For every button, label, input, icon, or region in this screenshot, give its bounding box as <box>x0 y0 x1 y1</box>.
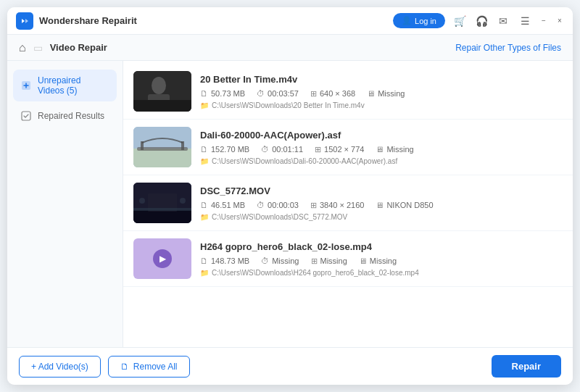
file-icon-1: 🗋 <box>200 89 208 98</box>
video-meta-3: 🗋 46.51 MB ⏱ 00:00:03 ⊞ 3840 × 2160 � <box>200 201 563 210</box>
video-thumbnail-3 <box>133 183 191 223</box>
svg-rect-2 <box>22 112 30 120</box>
app-title: Wondershare Repairit <box>39 15 137 26</box>
size-value-4: 148.73 MB <box>211 257 249 265</box>
video-path-2: 📁 C:\Users\WS\Downloads\Dali-60-20000-AA… <box>200 157 563 165</box>
video-item-3: DSC_5772.MOV 🗋 46.51 MB ⏱ 00:00:03 ⊞ 38 <box>123 175 573 231</box>
remove-icon: 🗋 <box>120 362 129 372</box>
video-path-3: 📁 C:\Users\WS\Downloads\DSC_5772.MOV <box>200 213 563 221</box>
resolution-value-2: 1502 × 774 <box>324 145 364 154</box>
user-icon: 👤 <box>402 16 412 25</box>
device-value-3: NIKON D850 <box>386 201 433 209</box>
path-value-4: C:\Users\WS\Downloads\H264 gopro_hero6_b… <box>212 269 419 277</box>
meta-duration-4: ⏱ Missing <box>261 257 299 266</box>
clock-icon-1: ⏱ <box>257 89 265 98</box>
file-icon-3: 🗋 <box>200 201 208 209</box>
thumbnail-purple: ▶ <box>133 238 191 279</box>
resolution-icon-3: ⊞ <box>310 201 317 210</box>
folder-icon-2: 📁 <box>200 157 209 165</box>
add-video-button[interactable]: + Add Video(s) <box>19 356 101 378</box>
app-window: Wondershare Repairit 👤 Log in 🛒 🎧 ✉ ☰ − … <box>7 7 573 385</box>
meta-duration-2: ⏱ 00:01:11 <box>261 145 303 154</box>
meta-size-2: 🗋 152.70 MB <box>200 145 249 154</box>
home-icon[interactable]: ⌂ <box>19 41 26 54</box>
login-button[interactable]: 👤 Log in <box>393 13 445 28</box>
path-value-3: C:\Users\WS\Downloads\DSC_5772.MOV <box>212 213 347 221</box>
meta-size-1: 🗋 50.73 MB <box>200 89 245 99</box>
video-list: 20 Better In Time.m4v 🗋 50.73 MB ⏱ 00:03… <box>123 61 573 347</box>
add-label: + Add Video(s) <box>31 362 88 372</box>
remove-label: Remove All <box>133 362 178 372</box>
meta-duration-3: ⏱ 00:00:03 <box>257 201 299 210</box>
device-value-4: Missing <box>370 257 397 265</box>
remove-all-button[interactable]: 🗋 Remove All <box>108 356 190 378</box>
meta-resolution-2: ⊞ 1502 × 774 <box>315 145 364 154</box>
mail-icon[interactable]: ✉ <box>496 14 510 28</box>
file-icon-4: 🗋 <box>200 257 208 265</box>
play-button-4[interactable]: ▶ <box>153 249 172 268</box>
repair-button[interactable]: Repair <box>492 355 561 378</box>
meta-resolution-4: ⊞ Missing <box>311 257 347 266</box>
nav-bar: ⌂ ▭ Video Repair Repair Other Types of F… <box>7 35 573 61</box>
title-bar-right: 👤 Log in 🛒 🎧 ✉ ☰ − × <box>393 13 564 28</box>
video-item-2: Dali-60-20000-AAC(Apower).asf 🗋 152.70 M… <box>123 120 573 175</box>
meta-duration-1: ⏱ 00:03:57 <box>257 89 299 99</box>
sidebar: Unrepaired Videos (5) Repaired Results <box>7 61 123 347</box>
video-meta-4: 🗋 148.73 MB ⏱ Missing ⊞ Missing 🖥 <box>200 257 563 266</box>
size-value-2: 152.70 MB <box>211 145 249 154</box>
app-logo <box>16 12 33 30</box>
close-button[interactable]: × <box>555 17 564 25</box>
title-bar-left: Wondershare Repairit <box>16 12 137 30</box>
meta-device-2: 🖥 Missing <box>376 145 413 154</box>
svg-point-17 <box>180 198 186 204</box>
thumbnail-bw <box>133 71 191 112</box>
video-path-1: 📁 C:\Users\WS\Downloads\20 Better In Tim… <box>200 101 563 109</box>
video-info-1: 20 Better In Time.m4v 🗋 50.73 MB ⏱ 00:03… <box>200 74 563 109</box>
resolution-value-4: Missing <box>320 257 347 265</box>
video-name-1: 20 Better In Time.m4v <box>200 74 563 85</box>
svg-rect-15 <box>133 208 191 211</box>
svg-rect-13 <box>133 210 191 223</box>
thumbnail-bridge <box>133 127 191 167</box>
section-title: Video Repair <box>50 42 107 53</box>
sidebar-item-repaired[interactable]: Repaired Results <box>13 104 117 128</box>
nav-separator: ▭ <box>33 42 43 54</box>
duration-value-2: 00:01:11 <box>272 145 303 154</box>
cart-icon[interactable]: 🛒 <box>452 14 467 28</box>
repaired-icon <box>20 110 32 122</box>
video-info-3: DSC_5772.MOV 🗋 46.51 MB ⏱ 00:00:03 ⊞ 38 <box>200 185 563 221</box>
meta-resolution-1: ⊞ 640 × 368 <box>310 89 355 99</box>
nav-left: ⌂ ▭ Video Repair <box>19 41 107 54</box>
meta-resolution-3: ⊞ 3840 × 2160 <box>310 201 364 210</box>
device-value-2: Missing <box>386 145 413 154</box>
video-thumbnail-1 <box>133 71 191 112</box>
svg-point-4 <box>152 77 166 94</box>
duration-value-4: Missing <box>272 257 299 265</box>
headphone-icon[interactable]: 🎧 <box>474 14 489 28</box>
folder-icon-1: 📁 <box>200 101 209 109</box>
folder-icon-3: 📁 <box>200 213 209 221</box>
video-name-2: Dali-60-20000-AAC(Apower).asf <box>200 130 563 141</box>
menu-icon[interactable]: ☰ <box>518 14 532 28</box>
unrepaired-label: Unrepaired Videos (5) <box>38 75 109 96</box>
repair-other-link[interactable]: Repair Other Types of Files <box>455 43 561 53</box>
device-icon-1: 🖥 <box>367 89 375 98</box>
video-item: 20 Better In Time.m4v 🗋 50.73 MB ⏱ 00:03… <box>123 64 573 120</box>
main-content: Unrepaired Videos (5) Repaired Results <box>7 61 573 347</box>
video-name-4: H264 gopro_hero6_black_02-lose.mp4 <box>200 241 563 252</box>
sidebar-item-unrepaired[interactable]: Unrepaired Videos (5) <box>13 70 117 101</box>
duration-value-3: 00:00:03 <box>268 201 299 209</box>
svg-rect-6 <box>133 100 191 112</box>
size-value-3: 46.51 MB <box>211 201 245 209</box>
path-value-1: C:\Users\WS\Downloads\20 Better In Time.… <box>212 101 365 109</box>
resolution-value-1: 640 × 368 <box>320 89 355 98</box>
video-meta-1: 🗋 50.73 MB ⏱ 00:03:57 ⊞ 640 × 368 🖥 <box>200 89 563 99</box>
minimize-button[interactable]: − <box>539 17 548 25</box>
clock-icon-3: ⏱ <box>257 201 265 209</box>
meta-device-4: 🖥 Missing <box>359 257 397 266</box>
unrepaired-icon <box>20 80 32 91</box>
video-info-2: Dali-60-20000-AAC(Apower).asf 🗋 152.70 M… <box>200 130 563 165</box>
meta-size-3: 🗋 46.51 MB <box>200 201 245 210</box>
duration-value-1: 00:03:57 <box>268 89 299 98</box>
resolution-value-3: 3840 × 2160 <box>320 201 364 209</box>
